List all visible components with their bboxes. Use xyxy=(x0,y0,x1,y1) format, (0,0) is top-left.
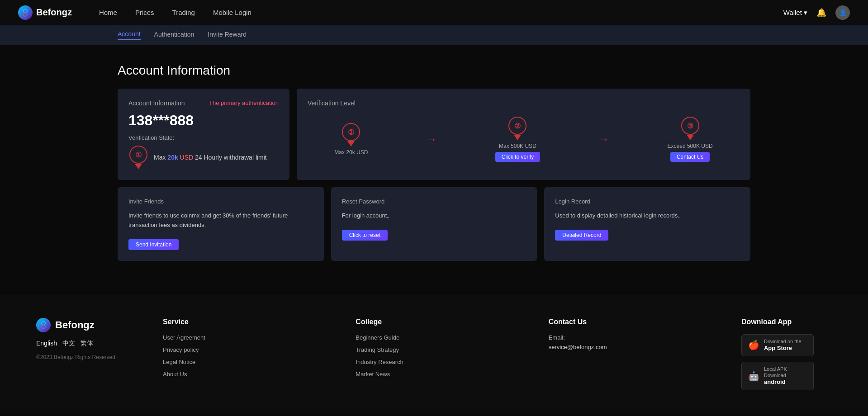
nav-right: Wallet ▾ 🔔 👤 xyxy=(783,5,850,20)
withdrawal-text: Max 20k USD 24 Hourly withdrawal limit xyxy=(154,154,267,161)
cards-row-2: Invite Friends Invite friends to use coi… xyxy=(118,187,750,261)
badge-row: ① Max 20k USD 24 Hourly withdrawal limit xyxy=(128,146,279,169)
footer-language-selector: English 中文 繁体 xyxy=(36,340,136,348)
footer-download-col: Download App 🍎 Download on the App Store… xyxy=(741,318,832,396)
footer-about-us[interactable]: About Us xyxy=(163,371,328,378)
footer-beginners-guide[interactable]: Beginners Guide xyxy=(356,334,521,341)
footer-email-value: service@befongz.com xyxy=(549,344,714,350)
invite-card-body: Invite friends to use coinmx and get 30%… xyxy=(128,211,313,230)
medal-level-1: ① xyxy=(128,146,148,169)
click-to-verify-button[interactable]: Click to verify xyxy=(495,152,540,162)
subnav: Account Authentication Invite Reward xyxy=(0,25,868,45)
level-2-limit: Max 500K USD xyxy=(499,143,536,149)
reset-card-body: For login account。 xyxy=(342,211,526,221)
level-2-tag xyxy=(514,135,521,140)
footer-legal-notice[interactable]: Legal Notice xyxy=(163,359,328,365)
login-record-card: Login Record Used to display detailed hi… xyxy=(544,187,750,261)
nav-trading[interactable]: Trading xyxy=(172,9,195,16)
footer-user-agreement[interactable]: User Agreement xyxy=(163,334,328,341)
verify-level-2: ② Max 500K USD Click to verify xyxy=(495,117,540,162)
app-store-label: Download on the App Store xyxy=(764,338,802,352)
level-2-circle: ② xyxy=(508,117,526,135)
subnav-account[interactable]: Account xyxy=(118,30,141,40)
withdrawal-amount: 20k xyxy=(167,154,178,161)
login-record-body: Used to display detailed historical logi… xyxy=(555,211,740,221)
footer-privacy-policy[interactable]: Privacy policy xyxy=(163,346,328,353)
svg-point-3 xyxy=(42,325,45,329)
navbar: Befongz Home Prices Trading Mobile Login… xyxy=(0,0,868,25)
wallet-button[interactable]: Wallet ▾ xyxy=(783,9,807,17)
footer-trading-strategy[interactable]: Trading Strategy xyxy=(356,346,521,353)
apple-icon: 🍎 xyxy=(748,340,759,350)
bell-icon[interactable]: 🔔 xyxy=(816,8,826,18)
svg-point-2 xyxy=(42,321,45,325)
verification-state-label: Verification State: xyxy=(128,134,279,141)
subnav-invite-reward[interactable]: Invite Reward xyxy=(208,31,247,40)
subnav-authentication[interactable]: Authentication xyxy=(154,31,194,40)
footer-logo-icon xyxy=(36,318,51,332)
withdrawal-post: 24 Hourly withdrawal limit xyxy=(193,154,267,161)
medal-1: ① xyxy=(341,123,361,147)
nav-mobile-login[interactable]: Mobile Login xyxy=(213,9,251,16)
lang-chinese-traditional[interactable]: 繁体 xyxy=(81,340,93,348)
medal-tag xyxy=(135,164,142,169)
footer-logo-row: Befongz xyxy=(36,318,136,332)
cards-row-1: Account Information The primary authenti… xyxy=(118,89,750,180)
reset-password-card: Reset Password For login account。 Click … xyxy=(331,187,537,261)
lang-english[interactable]: English xyxy=(36,340,57,348)
avatar[interactable]: 👤 xyxy=(835,5,850,20)
verify-level-1: ① Max 20k USD xyxy=(334,123,368,156)
verify-levels: ① Max 20k USD → ② Max 500K USD Click to … xyxy=(308,112,740,166)
level-1-circle: ① xyxy=(342,123,360,141)
withdrawal-pre: Max xyxy=(154,154,167,161)
arrow-2: → xyxy=(598,133,609,146)
level-3-tag xyxy=(687,135,694,140)
nav-links: Home Prices Trading Mobile Login xyxy=(99,9,783,16)
withdrawal-usd: USD xyxy=(180,154,194,161)
account-number: 138***888 xyxy=(128,112,279,129)
android-label: Local APK Download android xyxy=(764,366,807,386)
arrow-1: → xyxy=(426,133,437,146)
level-1-tag xyxy=(347,141,355,147)
invite-card-title: Invite Friends xyxy=(128,198,313,205)
android-download-button[interactable]: 🤖 Local APK Download android xyxy=(741,362,814,390)
click-to-reset-button[interactable]: Click to reset xyxy=(342,230,388,241)
svg-point-0 xyxy=(24,9,27,13)
footer-college-col: College Beginners Guide Trading Strategy… xyxy=(356,318,521,396)
footer-industry-research[interactable]: Industry Research xyxy=(356,359,521,365)
medal-2: ② xyxy=(508,117,527,140)
level-1-limit: Max 20k USD xyxy=(334,149,368,156)
app-store-button[interactable]: 🍎 Download on the App Store xyxy=(741,334,814,356)
footer-copyright: ©2023.Befongz Rights Reserved xyxy=(36,353,136,361)
medal-circle: ① xyxy=(129,146,147,164)
footer-download-title: Download App xyxy=(741,318,832,326)
footer-email-label: Email: xyxy=(549,334,714,341)
primary-auth-label: The primary authentication xyxy=(209,99,279,106)
send-invitation-button[interactable]: Send Invitation xyxy=(128,239,179,250)
page-title: Account Information xyxy=(118,63,750,78)
detailed-record-button[interactable]: Detailed Record xyxy=(555,230,608,241)
login-record-title: Login Record xyxy=(555,198,740,205)
main-content: Account Information Account Information … xyxy=(0,45,868,295)
reset-card-title: Reset Password xyxy=(342,198,526,205)
footer-brand: Befongz English 中文 繁体 ©2023.Befongz Righ… xyxy=(36,318,136,396)
footer-contact-title: Contact Us xyxy=(549,318,714,326)
footer: Befongz English 中文 繁体 ©2023.Befongz Righ… xyxy=(0,295,868,414)
lang-chinese-simplified[interactable]: 中文 xyxy=(62,340,75,348)
footer-college-title: College xyxy=(356,318,521,326)
footer-contact-col: Contact Us Email: service@befongz.com xyxy=(549,318,714,396)
svg-point-1 xyxy=(24,13,27,16)
account-info-card: Account Information The primary authenti… xyxy=(118,89,289,180)
nav-prices[interactable]: Prices xyxy=(135,9,154,16)
brand-name: Befongz xyxy=(36,7,72,18)
footer-service-col: Service User Agreement Privacy policy Le… xyxy=(163,318,328,396)
verify-level-3: ③ Exceed 500K USD Contact Us xyxy=(668,117,713,162)
invite-friends-card: Invite Friends Invite friends to use coi… xyxy=(118,187,324,261)
account-card-label: Account Information xyxy=(128,99,185,107)
nav-home[interactable]: Home xyxy=(99,9,117,16)
logo-icon xyxy=(18,5,33,20)
level-3-circle: ③ xyxy=(681,117,699,135)
footer-brand-name: Befongz xyxy=(55,319,95,331)
footer-market-news[interactable]: Market News xyxy=(356,371,521,378)
contact-us-button[interactable]: Contact Us xyxy=(670,152,710,162)
